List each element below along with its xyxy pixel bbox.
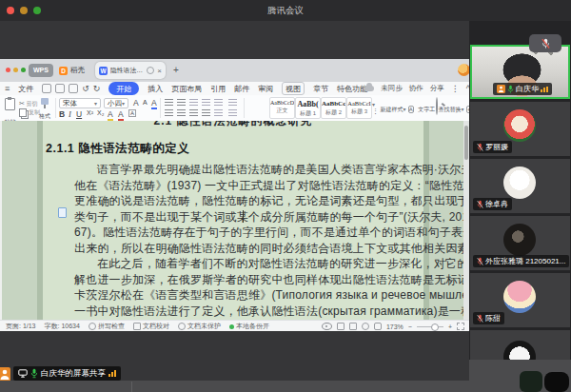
share-button[interactable]: 分享 <box>430 84 444 93</box>
italic-icon[interactable]: I <box>69 109 71 119</box>
eye-protection-icon[interactable] <box>322 323 332 330</box>
preview-icon[interactable] <box>69 84 78 93</box>
account-avatar[interactable] <box>458 64 469 76</box>
wps-zoom-button[interactable] <box>21 68 26 72</box>
cut-button[interactable]: 剪切 <box>19 99 38 108</box>
body-line: 解也进一步加深，在俄罗斯学者的研究中也同样体现出隐性语法范畴是无标记的， <box>74 272 424 288</box>
participant-tile-video[interactable]: 白庆华 <box>470 45 570 99</box>
sort-icon[interactable] <box>228 109 237 117</box>
participant-tile[interactable]: 罗丽媛 <box>470 102 570 156</box>
outline-view-icon[interactable] <box>349 323 357 330</box>
protection-status[interactable]: 文档未保护 <box>178 322 221 331</box>
style-heading2[interactable]: AaBbCc 标题 2 <box>321 97 346 119</box>
save-icon[interactable] <box>42 84 51 93</box>
share-banner-label: 白庆华的屏幕共享 <box>41 368 106 380</box>
menu-review[interactable]: 审阅 <box>258 84 273 94</box>
underline-icon[interactable]: U <box>76 109 82 119</box>
justify-icon[interactable] <box>202 109 210 117</box>
mute-toggle-button[interactable] <box>529 34 561 52</box>
align-right-icon[interactable] <box>189 109 198 117</box>
bullet-list-icon[interactable] <box>165 99 173 107</box>
menu-insert[interactable]: 插入 <box>148 84 163 94</box>
local-backup-status[interactable]: 本地备份开 <box>229 322 269 331</box>
menu-view[interactable]: 视图 <box>282 82 305 95</box>
subscript-icon[interactable]: X₂ <box>97 109 104 116</box>
bold-icon[interactable]: B <box>59 109 65 119</box>
tab-close-icon[interactable]: × <box>157 67 162 75</box>
numbered-list-icon[interactable] <box>177 99 186 107</box>
text-effects-icon[interactable]: A <box>151 98 157 109</box>
new-style-button[interactable]: 新建样式 <box>379 98 407 115</box>
dock-icon[interactable] <box>544 372 569 392</box>
styles-gallery-more-icon[interactable] <box>372 108 379 114</box>
decrease-indent-icon[interactable] <box>189 99 198 107</box>
decrease-font-icon[interactable]: A <box>143 99 148 106</box>
wps-minimize-button[interactable] <box>13 68 18 72</box>
zoom-level[interactable]: 173% <box>386 323 404 330</box>
menu-page-layout[interactable]: 页面布局 <box>171 84 202 94</box>
participant-tile[interactable]: 外应张雅璐 21205021... <box>470 216 570 270</box>
font-color-icon[interactable]: A <box>118 109 124 121</box>
highlight-color-icon[interactable]: A <box>108 109 113 121</box>
style-heading1[interactable]: AaBb( 标题 1 <box>295 97 321 119</box>
participant-tile[interactable] <box>470 330 570 360</box>
character-border-icon[interactable]: A <box>128 109 136 117</box>
comment-icon[interactable] <box>58 207 67 218</box>
tab-wps-home[interactable]: WPS <box>29 64 53 77</box>
presenter-badge <box>0 367 10 382</box>
style-normal[interactable]: AaBbCcDd 正文 <box>269 97 295 119</box>
zoom-slider-knob[interactable] <box>431 323 439 331</box>
shading-icon[interactable] <box>228 99 237 107</box>
redo-icon[interactable] <box>93 85 101 93</box>
body-line: 更准确的说是语法范畴，隐性范畴的标记，无论是词素还是句型，都只出现于某 <box>74 193 424 209</box>
scrollbar-thumb[interactable] <box>464 126 468 160</box>
tab-docer[interactable]: D 稻壳 <box>59 64 91 77</box>
font-name-select[interactable]: 宋体 <box>59 98 101 108</box>
increase-font-icon[interactable]: A <box>133 98 139 108</box>
menu-file[interactable]: 文件 <box>18 84 33 94</box>
spell-check-button[interactable]: 拼写检查 <box>89 322 125 331</box>
copy-icon <box>19 108 27 117</box>
page-view-icon[interactable] <box>337 323 345 330</box>
participant-tile[interactable]: 陈甜 <box>470 273 570 327</box>
participant-name-label: 罗丽媛 <box>473 141 512 153</box>
style-heading3[interactable]: AaBbCcI 标题 3 <box>346 97 372 119</box>
participant-tile[interactable]: 徐卓冉 <box>470 159 570 213</box>
menu-references[interactable]: 引用 <box>210 84 226 94</box>
word-count[interactable]: 字数: 10634 <box>45 322 80 331</box>
screen-share-banner[interactable]: 白庆华的屏幕共享 <box>13 366 121 381</box>
menu-mailings[interactable]: 邮件 <box>234 84 249 94</box>
superscript-icon[interactable]: X² <box>87 109 93 116</box>
align-center-icon[interactable] <box>177 109 186 117</box>
zoom-out-icon[interactable]: − <box>408 323 412 330</box>
proofread-button[interactable]: 文档校对 <box>133 322 169 331</box>
web-view-icon[interactable] <box>362 323 369 330</box>
statusbar-right: 173% − + <box>322 323 464 330</box>
menu-special-features[interactable]: 特色功能 <box>337 84 367 94</box>
fit-page-icon[interactable] <box>374 323 382 330</box>
font-size-select[interactable]: 小四 <box>104 98 128 108</box>
mic-muted-icon <box>477 143 483 152</box>
menu-home[interactable]: 开始 <box>108 82 139 95</box>
hamburger-icon[interactable] <box>5 85 10 93</box>
dock-icon[interactable] <box>520 371 542 392</box>
increase-indent-icon[interactable] <box>202 99 210 107</box>
fullscreen-icon[interactable] <box>457 323 464 330</box>
align-left-icon[interactable] <box>165 109 173 117</box>
sync-status[interactable]: 未同步 <box>381 84 403 93</box>
menu-section[interactable]: 章节 <box>313 84 328 94</box>
more-options-icon[interactable] <box>451 85 460 93</box>
document-canvas[interactable]: 2.1 隐性语法范畴的概念研究 2.1.1 隐性语法范畴的定义 语言学界最先明确… <box>0 121 463 320</box>
paragraph-settings-icon[interactable] <box>214 99 223 107</box>
wps-close-button[interactable] <box>6 68 10 72</box>
zoom-in-icon[interactable]: + <box>448 323 452 330</box>
tab-document[interactable]: W 隐性语法范畴的定义和功能 × <box>95 62 166 79</box>
signal-bars-icon <box>541 87 548 92</box>
print-icon[interactable] <box>55 84 65 93</box>
find-replace-button[interactable]: 查找替换 <box>436 98 464 115</box>
undo-icon[interactable] <box>82 85 89 93</box>
line-spacing-icon[interactable] <box>214 109 223 117</box>
zoom-slider[interactable] <box>417 326 443 327</box>
new-tab-button[interactable]: + <box>173 65 179 75</box>
collaborate-button[interactable]: 协作 <box>409 84 423 93</box>
